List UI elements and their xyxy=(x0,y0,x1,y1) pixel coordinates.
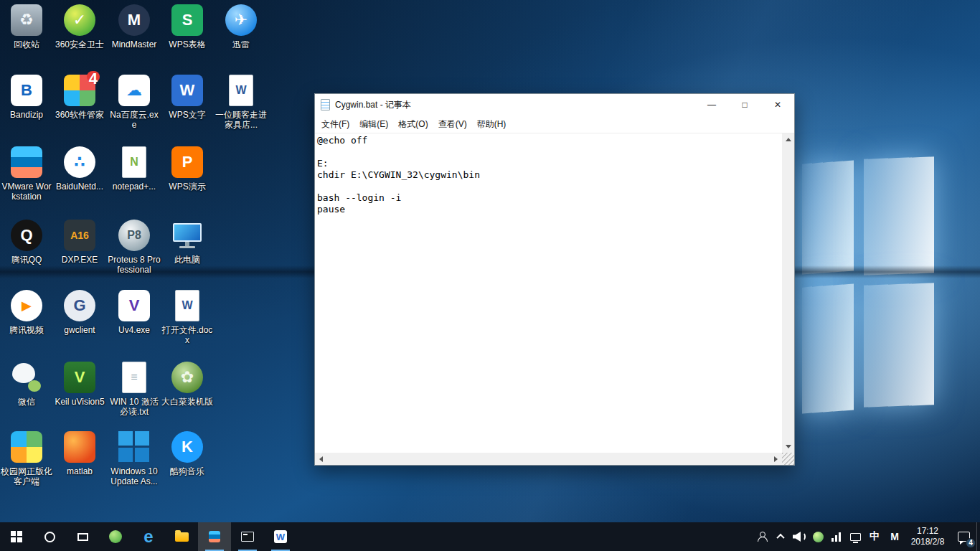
desktop-icon-wps-writer[interactable]: WWPS文字 xyxy=(161,75,214,120)
scroll-down-button[interactable] xyxy=(782,441,794,453)
menu-view[interactable]: 查看(V) xyxy=(433,116,472,133)
scroll-up-button[interactable] xyxy=(782,133,794,146)
horizontal-scrollbar[interactable] xyxy=(315,453,794,465)
desktop-icon-win10-update-assistant[interactable]: Windows 10 Update As... xyxy=(108,431,161,487)
console-window-icon xyxy=(241,532,254,542)
desktop-icon-tencent-video[interactable]: ▶腾讯视频 xyxy=(0,290,53,335)
wps-writer-icon: W xyxy=(171,75,203,106)
cortana-circle-icon xyxy=(44,532,55,542)
desktop-icon-wechat[interactable]: 微信 xyxy=(0,362,53,407)
notepad-titlebar[interactable]: Cygwin.bat - 记事本 — □ ✕ xyxy=(315,94,794,116)
desktop-icon-label: 回收站 xyxy=(0,39,53,50)
bandizip-icon: B xyxy=(11,75,42,106)
campus-license-client-icon xyxy=(11,431,42,463)
desktop-icon-xunlei[interactable]: ✈迅雷 xyxy=(215,4,268,50)
desktop-icon-label: WPS演示 xyxy=(161,182,214,192)
desktop-icon-label: notepad+... xyxy=(108,182,161,192)
desktop-icon-this-pc[interactable]: 此电脑 xyxy=(161,220,214,265)
desktop-icon-mindmaster[interactable]: MMindMaster xyxy=(108,4,161,50)
vertical-scrollbar[interactable] xyxy=(782,133,794,453)
desktop-icon-notepad-plus-plus[interactable]: Nnotepad+... xyxy=(108,146,161,192)
desktop-icon-matlab[interactable]: matlab xyxy=(53,431,106,476)
show-desktop-button[interactable] xyxy=(976,522,980,551)
desktop-icon-vmware-workstation[interactable]: VMware Workstation xyxy=(0,146,53,202)
desktop-icon-gwclient[interactable]: Ggwclient xyxy=(53,290,106,335)
desktop-icon-proteus-8[interactable]: P8Proteus 8 Professional xyxy=(108,220,161,276)
taskbar-vmware[interactable] xyxy=(198,522,231,551)
recycle-bin-icon: ♻ xyxy=(11,4,42,36)
cortana-search-button[interactable] xyxy=(33,522,66,551)
tray-overflow-button[interactable] xyxy=(771,522,790,551)
desktop-icon-kugou-music[interactable]: K酷狗音乐 xyxy=(161,431,214,476)
volume-button[interactable] xyxy=(790,522,809,551)
desktop-icon-bandizip[interactable]: BBandizip xyxy=(0,75,53,120)
desktop-icon-label: Bandizip xyxy=(0,110,53,120)
desktop-icon-furniture-store-doc[interactable]: W一位顾客走进家具店... xyxy=(215,75,268,131)
menu-edit[interactable]: 编辑(E) xyxy=(354,116,393,133)
desktop-icon-360-software-manager[interactable]: 4360软件管家 xyxy=(53,75,106,120)
menu-file[interactable]: 文件(F) xyxy=(316,116,354,133)
taskbar-console[interactable] xyxy=(231,522,264,551)
taskbar-wps[interactable]: W xyxy=(264,522,297,551)
desktop-icon-label: WPS表格 xyxy=(161,39,214,50)
baidunetdisk-icon: ∴ xyxy=(64,146,95,178)
desktop-icon-na-baidu-cloud-exe[interactable]: ☁Na百度云.exe xyxy=(108,75,161,131)
desktop-icon-campus-license-client[interactable]: 校园网正版化客户端 xyxy=(0,431,53,487)
desktop-icon-label: BaiduNetd... xyxy=(53,182,106,192)
scroll-right-button[interactable] xyxy=(770,453,782,465)
desktop-icon-360-safe-guard[interactable]: ✓360安全卫士 xyxy=(53,4,106,50)
desktop-icon-label: 腾讯QQ xyxy=(0,255,53,265)
360-speedup-ball[interactable] xyxy=(809,522,827,551)
ime-language-indicator[interactable]: 中 xyxy=(864,522,885,551)
start-button[interactable] xyxy=(0,522,33,551)
desktop-icon-dxp-exe[interactable]: A16DXP.EXE xyxy=(53,220,106,265)
ethernet-network-icon xyxy=(850,533,861,541)
maximize-button[interactable]: □ xyxy=(728,94,761,116)
taskbar-360-safe[interactable] xyxy=(99,522,132,551)
vmware-icon xyxy=(209,531,220,542)
signal-status[interactable] xyxy=(827,522,846,551)
close-button[interactable]: ✕ xyxy=(761,94,794,116)
wps-icon: W xyxy=(274,530,287,543)
desktop-icon-uv4-exe[interactable]: VUv4.exe xyxy=(108,290,161,335)
horizontal-scroll-track[interactable] xyxy=(327,453,770,465)
desktop-icon-open-file-docx[interactable]: W打开文件.docx xyxy=(161,290,214,346)
person-icon xyxy=(757,532,767,542)
update-count-badge: 4 xyxy=(87,71,100,83)
desktop-icon-recycle-bin[interactable]: ♻回收站 xyxy=(0,4,53,50)
task-view-button[interactable] xyxy=(66,522,99,551)
this-pc-icon xyxy=(171,220,203,251)
win10-activation-readme-txt-icon: ≡ xyxy=(122,362,146,393)
vertical-scroll-track[interactable] xyxy=(782,146,794,441)
menu-format[interactable]: 格式(O) xyxy=(393,116,433,133)
desktop-icon-dabaicai-installer[interactable]: ✿大白菜装机版 xyxy=(161,362,214,407)
menu-help[interactable]: 帮助(H) xyxy=(472,116,512,133)
desktop-icon-tencent-qq[interactable]: Q腾讯QQ xyxy=(0,220,53,265)
taskbar-file-explorer[interactable] xyxy=(165,522,198,551)
action-center-button[interactable]: 4 xyxy=(951,522,976,551)
desktop-icon-wps-presentation[interactable]: PWPS演示 xyxy=(161,146,214,192)
network-button[interactable] xyxy=(846,522,864,551)
keil-uvision5-icon: V xyxy=(64,362,95,393)
taskbar-edge[interactable]: e xyxy=(132,522,165,551)
notepad-edit-area[interactable]: @echo off E: chdir E:\CYGWIN_32\cygwin\b… xyxy=(315,133,794,453)
scroll-left-button[interactable] xyxy=(315,453,327,465)
tencent-qq-icon: Q xyxy=(11,220,42,251)
folder-icon xyxy=(175,532,189,542)
desktop-icon-label: MindMaster xyxy=(108,39,161,50)
desktop-icon-wps-spreadsheet[interactable]: SWPS表格 xyxy=(161,4,214,50)
furniture-store-doc-icon: W xyxy=(229,75,253,106)
ime-mode-indicator[interactable]: M xyxy=(885,522,905,551)
minimize-button[interactable]: — xyxy=(695,94,728,116)
people-button[interactable] xyxy=(753,522,771,551)
uv4-exe-icon: V xyxy=(118,290,150,321)
desktop-icon-win10-activation-readme-txt[interactable]: ≡WIN 10 激活必读.txt xyxy=(108,362,161,418)
notepad-text-content[interactable]: @echo off E: chdir E:\CYGWIN_32\cygwin\b… xyxy=(315,133,782,453)
clock[interactable]: 17:12 2018/2/8 xyxy=(905,522,951,551)
desktop-icon-keil-uvision5[interactable]: VKeil uVision5 xyxy=(53,362,106,407)
notepad-file-icon xyxy=(321,99,330,110)
resize-grip[interactable] xyxy=(782,453,794,465)
desktop-icon-label: Windows 10 Update As... xyxy=(108,466,161,487)
desktop-icon-baidunetdisk[interactable]: ∴BaiduNetd... xyxy=(53,146,106,192)
wps-presentation-icon: P xyxy=(171,146,203,178)
